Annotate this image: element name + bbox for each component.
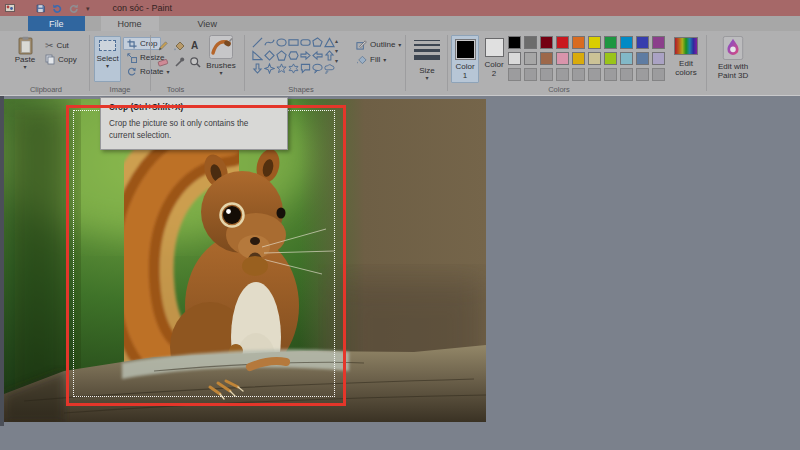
paint-window: ▾ con sóc - Paint File Home View Paste ▾…: [0, 0, 800, 450]
palette-swatch[interactable]: [556, 36, 569, 49]
shape-oval[interactable]: [276, 37, 287, 48]
shapes-more-button[interactable]: ▾: [335, 58, 338, 64]
shape-diamond[interactable]: [264, 50, 275, 61]
shape-cloud-callout[interactable]: [324, 63, 335, 74]
text-icon: A: [191, 40, 198, 51]
palette-swatch[interactable]: [508, 52, 521, 65]
palette-swatch[interactable]: [652, 36, 665, 49]
fill-button[interactable]: Fill ▾: [352, 53, 390, 66]
palette-empty-slot[interactable]: [604, 68, 617, 81]
edit-colors-button[interactable]: Edit colors: [670, 37, 702, 77]
shape-curve[interactable]: [264, 37, 275, 48]
paste-button[interactable]: Paste ▾: [11, 36, 39, 70]
ribbon: Paste ▾ ✂ Cut Copy Clipboard Select: [0, 31, 800, 96]
palette-swatch[interactable]: [508, 36, 521, 49]
tools-group-label: Tools: [152, 85, 199, 94]
color2-number: 2: [492, 69, 496, 78]
color1-button[interactable]: Color 1: [451, 35, 479, 83]
copy-button[interactable]: Copy: [41, 53, 81, 66]
color1-label: Color: [455, 62, 474, 71]
shapes-group-label: Shapes: [246, 85, 356, 94]
palette-empty-slot[interactable]: [620, 68, 633, 81]
group-clipboard: Paste ▾ ✂ Cut Copy Clipboard: [4, 31, 88, 95]
shape-polygon[interactable]: [312, 37, 323, 48]
brushes-button[interactable]: Brushes ▾: [204, 35, 238, 76]
palette-swatch[interactable]: [572, 52, 585, 65]
palette-empty-slot[interactable]: [556, 68, 569, 81]
shape-five-point-star[interactable]: [276, 63, 287, 74]
shape-arrow-right[interactable]: [300, 50, 311, 61]
palette-swatch[interactable]: [636, 36, 649, 49]
shape-pentagon[interactable]: [276, 50, 287, 61]
edit-with-paint3d-button[interactable]: Edit with Paint 3D: [711, 36, 755, 80]
paste-label: Paste: [15, 55, 35, 64]
pencil-tool[interactable]: [155, 38, 170, 53]
paint3d-label-1: Edit with: [718, 62, 748, 71]
shape-arrow-left[interactable]: [312, 50, 323, 61]
tab-home[interactable]: Home: [101, 16, 159, 31]
shape-rectangle[interactable]: [288, 37, 299, 48]
palette-swatch[interactable]: [620, 52, 633, 65]
tab-view[interactable]: View: [181, 16, 234, 31]
window-title: con sóc - Paint: [113, 3, 173, 13]
palette-swatch[interactable]: [540, 36, 553, 49]
select-label: Select: [96, 54, 118, 63]
qat-customize-caret[interactable]: ▾: [86, 5, 90, 12]
color-picker-tool[interactable]: [171, 54, 186, 69]
palette-empty-slot[interactable]: [652, 68, 665, 81]
group-image: Select ▾ Crop Resize: [91, 31, 149, 95]
palette-swatch[interactable]: [588, 52, 601, 65]
palette-swatch[interactable]: [540, 52, 553, 65]
palette-swatch[interactable]: [652, 52, 665, 65]
outline-button[interactable]: Outline ▾: [352, 38, 405, 51]
size-button[interactable]: Size ▾: [413, 36, 441, 81]
eraser-tool[interactable]: [155, 54, 170, 69]
palette-swatch[interactable]: [620, 36, 633, 49]
shape-four-point-star[interactable]: [264, 63, 275, 74]
shapes-scroll-up[interactable]: ▴: [335, 38, 338, 44]
shapes-scroll-down[interactable]: ▾: [335, 48, 338, 54]
palette-empty-slot[interactable]: [508, 68, 521, 81]
palette-empty-slot[interactable]: [540, 68, 553, 81]
palette-empty-slot[interactable]: [588, 68, 601, 81]
shape-oval-callout[interactable]: [312, 63, 323, 74]
shape-arrow-up[interactable]: [324, 50, 335, 61]
edit-colors-icon: [674, 37, 698, 55]
palette-empty-slot[interactable]: [636, 68, 649, 81]
cut-button[interactable]: ✂ Cut: [41, 39, 73, 52]
palette-swatch[interactable]: [524, 52, 537, 65]
palette-swatch[interactable]: [524, 36, 537, 49]
palette-swatch[interactable]: [556, 52, 569, 65]
group-separator: [150, 35, 151, 91]
palette-empty-slot[interactable]: [572, 68, 585, 81]
redo-icon[interactable]: [69, 4, 79, 13]
palette-swatch[interactable]: [604, 36, 617, 49]
shape-rounded-rectangle[interactable]: [300, 37, 311, 48]
shape-arrow-down[interactable]: [252, 63, 263, 74]
tab-file[interactable]: File: [28, 16, 85, 31]
palette-swatch[interactable]: [636, 52, 649, 65]
palette-swatch[interactable]: [588, 36, 601, 49]
shape-rounded-callout[interactable]: [300, 63, 311, 74]
fill-bucket-icon: [173, 40, 185, 52]
ribbon-tabs: File Home View: [0, 16, 800, 31]
shape-line[interactable]: [252, 37, 263, 48]
paint-app-icon: [5, 3, 15, 13]
brushes-label: Brushes: [206, 61, 235, 70]
palette-swatch[interactable]: [572, 36, 585, 49]
palette-empty-slot[interactable]: [524, 68, 537, 81]
color2-button[interactable]: Color 2: [482, 38, 506, 78]
shape-six-point-star[interactable]: [288, 63, 299, 74]
fill-tool[interactable]: [171, 38, 186, 53]
copy-icon: [45, 54, 55, 65]
shape-hexagon[interactable]: [288, 50, 299, 61]
undo-icon[interactable]: [52, 4, 62, 13]
select-button[interactable]: Select ▾: [94, 36, 121, 82]
crop-annotation-rectangle: [66, 105, 346, 406]
save-icon[interactable]: [36, 4, 45, 13]
shape-triangle[interactable]: [324, 37, 335, 48]
palette-swatch[interactable]: [604, 52, 617, 65]
shape-right-triangle[interactable]: [252, 50, 263, 61]
select-caret: ▾: [106, 63, 109, 69]
color1-swatch: [455, 39, 476, 60]
